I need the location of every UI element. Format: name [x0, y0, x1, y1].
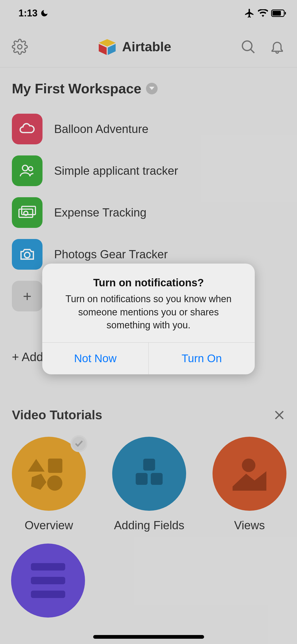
- svg-rect-2: [285, 12, 286, 15]
- dialog-title: Turn on notifications?: [55, 277, 242, 289]
- base-icon: [12, 239, 43, 270]
- check-icon: [74, 440, 83, 447]
- tutorial-label: Adding Fields: [114, 519, 185, 532]
- check-badge: [70, 435, 87, 452]
- base-item[interactable]: Balloon Adventure: [12, 114, 285, 144]
- workspace-title: My First Workspace: [12, 81, 141, 96]
- base-icon: [12, 197, 43, 228]
- notifications-button[interactable]: [268, 38, 286, 56]
- svg-rect-18: [151, 473, 163, 485]
- menu-fab[interactable]: [11, 544, 85, 618]
- svg-point-15: [47, 475, 63, 491]
- money-icon: [18, 206, 36, 219]
- svg-rect-8: [19, 209, 33, 217]
- base-icon: [12, 155, 43, 186]
- menu-icon: [31, 563, 65, 571]
- tutorial-item[interactable]: Overview: [12, 437, 86, 532]
- chevron-down-icon: [146, 83, 158, 94]
- svg-point-11: [25, 252, 30, 258]
- svg-point-4: [242, 41, 252, 50]
- base-label: Photogs Gear Tracker: [54, 248, 168, 261]
- svg-rect-14: [48, 458, 62, 473]
- search-icon: [240, 39, 256, 55]
- base-label: Expense Tracking: [54, 206, 147, 219]
- dialog-description: Turn on notifications so you know when s…: [55, 292, 242, 332]
- shapes-icon: [28, 453, 70, 495]
- status-time: 1:13: [18, 8, 37, 19]
- close-tutorials-button[interactable]: [274, 409, 285, 421]
- plus-icon: +: [12, 281, 43, 311]
- tutorial-thumbnail: [12, 437, 86, 511]
- svg-point-19: [242, 458, 255, 472]
- bell-icon: [270, 39, 285, 54]
- settings-button[interactable]: [11, 38, 29, 56]
- app-logo: Airtable: [97, 38, 171, 56]
- base-label: Balloon Adventure: [54, 122, 148, 136]
- app-header: Airtable: [0, 26, 297, 67]
- search-button[interactable]: [239, 38, 257, 56]
- airtable-logo-icon: [97, 38, 118, 56]
- tutorial-item[interactable]: Views: [213, 437, 286, 532]
- app-logo-text: Airtable: [122, 39, 171, 54]
- svg-rect-1: [272, 11, 281, 16]
- svg-point-3: [18, 45, 22, 49]
- cloud-icon: [19, 123, 36, 135]
- airplane-mode-icon: [244, 8, 255, 19]
- base-item[interactable]: Simple applicant tracker: [12, 155, 285, 186]
- moon-icon: [40, 9, 49, 17]
- tutorial-thumbnail: [213, 437, 286, 511]
- gear-icon: [12, 39, 28, 55]
- base-icon: [12, 114, 43, 144]
- status-bar: 1:13: [0, 0, 297, 26]
- battery-icon: [271, 10, 286, 17]
- base-item[interactable]: Expense Tracking: [12, 197, 285, 228]
- svg-point-6: [22, 165, 28, 171]
- svg-point-7: [29, 167, 33, 171]
- base-label: Simple applicant tracker: [54, 164, 178, 177]
- tutorial-label: Overview: [25, 519, 73, 532]
- close-icon: [274, 409, 285, 421]
- turn-on-button[interactable]: Turn On: [148, 343, 255, 374]
- workspace-selector[interactable]: My First Workspace: [12, 81, 285, 96]
- not-now-button[interactable]: Not Now: [42, 343, 148, 374]
- wifi-icon: [258, 9, 268, 17]
- tutorial-thumbnail: [112, 437, 186, 511]
- svg-line-5: [251, 49, 254, 53]
- tutorial-item[interactable]: Adding Fields: [112, 437, 186, 532]
- svg-rect-17: [136, 473, 148, 485]
- blocks-icon: [129, 454, 169, 494]
- svg-rect-16: [143, 459, 155, 471]
- people-icon: [19, 164, 36, 178]
- tutorials-title: Video Tutorials: [12, 408, 102, 422]
- tutorial-label: Views: [234, 519, 265, 532]
- camera-icon: [19, 247, 36, 261]
- image-icon: [228, 453, 271, 495]
- notifications-dialog: Turn on notifications? Turn on notificat…: [42, 264, 255, 374]
- home-indicator: [93, 635, 204, 639]
